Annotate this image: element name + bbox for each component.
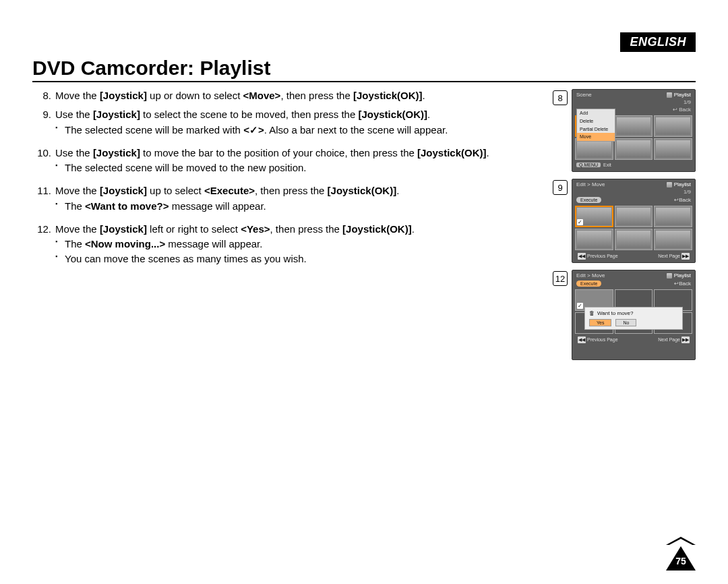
step-number: 12. [32,223,51,270]
screen-title: Scene [576,92,592,98]
thumbnail [654,115,692,137]
thumbnail [615,115,653,137]
figure-number: 9 [553,180,568,195]
figures-column: 8 Scene Playlist 1/9 ↩Back [553,89,696,367]
thumbnail [615,229,653,250]
step-subitem: The <Want to move?> message will appear. [65,200,541,213]
prev-page-label: Previous Page [587,337,618,342]
instruction-step: 8.Move the [Joystick] up or down to sele… [32,89,541,103]
menu-item-delete: Delete [577,117,615,125]
screen-title: Edit > Move [576,181,605,187]
no-button: No [615,319,636,326]
counter: 1/9 [684,99,691,105]
menu-item-add: Add [577,109,615,117]
thumbnail [615,206,653,227]
page-title: DVD Camcorder: Playlist [32,57,696,80]
confirm-dialog: 🗑Want to move? Yes No [584,307,683,330]
instruction-step: 9.Use the [Joystick] to select the scene… [32,108,541,141]
next-page-label: Next Page [658,337,680,342]
execute-button: Execute [576,197,601,203]
thumbnail [654,229,692,250]
step-text: Use the [Joystick] to move the bar to th… [55,146,541,179]
camcorder-screen-8: Scene Playlist 1/9 ↩Back [572,89,696,172]
step-subitem: The selected scene will be moved to the … [65,161,541,175]
menu-item-partial-delete: Partial Delete [577,125,615,134]
qmenu-label: Q.MENU [576,163,601,167]
context-menu: Add Delete Partial Delete Move [576,109,615,142]
forward-icon: ▶▶ [681,253,690,260]
figure-number: 12 [553,271,568,286]
prev-page-label: Previous Page [587,254,618,258]
instruction-step: 12.Move the [Joystick] left or right to … [32,223,541,270]
back-label: Back [679,197,691,203]
step-text: Move the [Joystick] up or down to select… [55,89,541,103]
thumbnail [575,229,613,250]
language-badge: ENGLISH [620,32,696,52]
step-text: Move the [Joystick] left or right to sel… [55,223,541,270]
step-subitem: The <Now moving...> message will appear. [65,237,541,251]
playlist-label: Playlist [674,181,691,187]
rewind-icon: ◀◀ [578,253,586,260]
playlist-icon [667,92,672,98]
counter: 1/9 [684,189,691,195]
step-number: 9. [32,108,51,141]
rewind-icon: ◀◀ [578,337,586,343]
playlist-label: Playlist [674,92,691,98]
figure-12: 12 Edit > Move Playlist Execute ↩Back ✓ [553,270,696,360]
page-number: 75 [673,556,689,566]
trash-icon: 🗑 [589,310,595,316]
instruction-step: 10.Use the [Joystick] to move the bar to… [32,146,541,179]
back-label: Back [679,281,691,287]
exit-label: Exit [603,163,611,167]
figure-8: 8 Scene Playlist 1/9 ↩Back [553,89,696,172]
page-number-badge: 75 [666,546,696,571]
instruction-step: 11.Move the [Joystick] up to select <Exe… [32,184,541,217]
figure-9: 9 Edit > Move Playlist 1/9 Execute ↩Back [553,179,696,263]
check-icon: ✓ [577,303,583,309]
thumbnail [654,138,692,160]
camcorder-screen-9: Edit > Move Playlist 1/9 Execute ↩Back ✓ [572,179,696,263]
yes-button: Yes [589,319,611,326]
execute-button: Execute [576,281,601,287]
step-number: 10. [32,146,51,179]
back-label: Back [679,107,691,113]
step-number: 8. [32,89,51,103]
playlist-label: Playlist [674,272,691,279]
figure-number: 8 [553,90,568,105]
dialog-question: Want to move? [597,310,634,316]
forward-icon: ▶▶ [681,337,690,343]
screen-title: Edit > Move [576,272,605,279]
playlist-icon [667,273,672,279]
instructions-column: 8.Move the [Joystick] up or down to sele… [32,89,541,367]
menu-item-move: Move [577,133,615,141]
step-text: Move the [Joystick] up to select <Execut… [55,184,541,217]
check-icon: ✓ [577,219,583,225]
thumbnail [615,138,653,160]
camcorder-screen-12: Edit > Move Playlist Execute ↩Back ✓ [572,270,696,360]
next-page-label: Next Page [658,254,680,258]
thumbnail [654,206,692,227]
step-number: 11. [32,184,51,217]
playlist-icon [667,182,672,187]
step-subitem: You can move the scenes as many times as… [65,252,541,266]
step-text: Use the [Joystick] to select the scene t… [55,108,541,141]
step-subitem: The selected scene will be marked with <… [65,123,541,137]
thumbnail: ✓ [575,206,613,227]
page-marker-outline [666,537,696,545]
